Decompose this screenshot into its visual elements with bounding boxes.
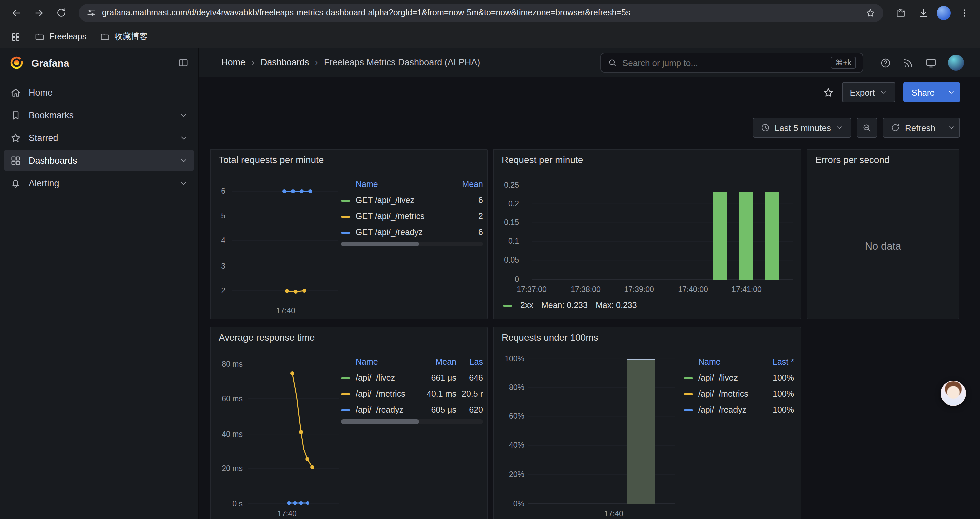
panel-legend: 2xx Mean: 0.233 Max: 0.233 xyxy=(503,300,637,310)
legend-row: GET /api/_/readyz 6 xyxy=(341,224,483,241)
y-tick: 0.1 xyxy=(496,236,519,246)
series-mean: Mean: 0.233 xyxy=(541,300,588,310)
refresh-button[interactable]: Refresh xyxy=(883,118,943,137)
bookmark-label: 收藏博客 xyxy=(115,31,148,42)
zoom-out-icon xyxy=(862,123,872,133)
legend-header: Name Mean Las xyxy=(341,354,483,370)
browser-profile-avatar[interactable] xyxy=(937,6,951,20)
legend-col-mean[interactable]: Mean xyxy=(422,357,456,367)
extensions-icon[interactable] xyxy=(891,3,910,22)
grafana-logo[interactable] xyxy=(10,56,24,70)
series-name[interactable]: GET /api/_/livez xyxy=(356,196,448,205)
panel-title[interactable]: Total requests per minute xyxy=(219,154,323,165)
y-tick: 5 xyxy=(212,211,226,221)
legend-col-name[interactable]: Name xyxy=(341,180,448,189)
sidebar-item-dashboards[interactable]: Dashboards xyxy=(4,150,194,171)
user-avatar[interactable] xyxy=(948,55,964,71)
panel-title[interactable]: Request per minute xyxy=(502,154,583,165)
search-input[interactable] xyxy=(622,58,825,68)
bookmark-folder-blogs[interactable]: 收藏博客 xyxy=(100,31,148,42)
series-last: 620 xyxy=(456,406,483,415)
bar-chart xyxy=(532,180,792,281)
legend-col-last[interactable]: Las xyxy=(456,357,483,367)
x-tick: 17:40 xyxy=(267,508,307,519)
time-range-label: Last 5 minutes xyxy=(775,123,831,133)
x-tick: 17:37:00 xyxy=(512,284,552,295)
sidebar-item-home[interactable]: Home xyxy=(4,81,194,103)
y-tick: 0.05 xyxy=(496,254,519,265)
series-name[interactable]: /api/_/readyz xyxy=(356,406,422,415)
sidebar-item-starred[interactable]: Starred xyxy=(4,127,194,148)
y-tick: 0.25 xyxy=(496,180,519,190)
legend-scrollbar[interactable] xyxy=(341,420,483,424)
panel-average-response-time: Average response time 80 ms 60 ms 40 ms … xyxy=(210,327,488,519)
series-last: 20.5 r xyxy=(456,390,483,399)
series-name[interactable]: /api/_/livez xyxy=(698,374,759,383)
y-tick: 0 xyxy=(496,274,519,284)
bookmark-folder-freeleaps[interactable]: Freeleaps xyxy=(35,32,86,42)
url-bar[interactable] xyxy=(79,4,883,22)
panel-request-per-minute: Request per minute 0.25 0.2 0.15 0.1 0.0… xyxy=(493,149,801,319)
browser-menu-icon[interactable] xyxy=(955,3,973,22)
header-icons xyxy=(880,48,964,77)
series-name[interactable]: 2xx xyxy=(520,300,533,310)
scrollbar-thumb[interactable] xyxy=(341,242,419,246)
series-color-dash xyxy=(341,409,350,411)
sidebar-item-label: Dashboards xyxy=(29,155,77,165)
search-bar[interactable]: ⌘+k xyxy=(600,53,863,73)
legend-row: /api/_/livez 661 μs 646 xyxy=(341,370,483,386)
export-button[interactable]: Export xyxy=(842,82,895,102)
panel-title[interactable]: Requests under 100ms xyxy=(502,332,598,343)
panel-title[interactable]: Errors per second xyxy=(815,154,889,165)
url-input[interactable] xyxy=(102,8,859,18)
downloads-icon[interactable] xyxy=(914,3,932,22)
sidebar-item-alerting[interactable]: Alerting xyxy=(4,172,194,194)
news-rss-icon[interactable] xyxy=(903,57,914,69)
share-button[interactable]: Share xyxy=(904,82,943,102)
breadcrumb-home[interactable]: Home xyxy=(221,57,245,67)
zoom-out-button[interactable] xyxy=(857,118,878,137)
y-tick: 100% xyxy=(498,353,524,364)
home-icon xyxy=(10,86,21,98)
scrollbar-thumb[interactable] xyxy=(341,420,419,424)
time-range-button[interactable]: Last 5 minutes xyxy=(752,118,851,137)
bookmark-star-icon[interactable] xyxy=(865,8,875,18)
refresh-interval-button[interactable] xyxy=(943,118,960,137)
legend-row: /api/_/readyz 100% xyxy=(684,402,794,418)
panel-legend: Name Mean Las /api/_/livez 661 μs 646 /a… xyxy=(341,354,483,418)
forward-button[interactable] xyxy=(29,3,48,22)
series-name[interactable]: /api/_/readyz xyxy=(698,406,759,415)
share-menu-button[interactable] xyxy=(943,82,960,102)
breadcrumb-dashboards[interactable]: Dashboards xyxy=(261,57,309,67)
back-button[interactable] xyxy=(7,3,25,22)
legend-scrollbar[interactable] xyxy=(341,242,483,246)
y-tick: 0.2 xyxy=(496,198,519,209)
reload-button[interactable] xyxy=(52,3,71,22)
panel-title[interactable]: Average response time xyxy=(219,332,315,343)
x-tick: 17:38:00 xyxy=(566,284,606,295)
series-last: 646 xyxy=(456,374,483,383)
sidebar-toggle-icon[interactable] xyxy=(178,57,189,68)
time-controls: Last 5 minutes Refresh xyxy=(752,118,960,137)
series-name[interactable]: /api/_/livez xyxy=(356,374,422,383)
series-color-dash xyxy=(684,393,693,395)
sidebar-item-bookmarks[interactable]: Bookmarks xyxy=(4,104,194,126)
favorite-star-icon[interactable] xyxy=(822,86,834,98)
series-name[interactable]: /api/_/metrics xyxy=(698,390,759,399)
breadcrumb: Home › Dashboards › Freeleaps Metrics Da… xyxy=(221,57,480,67)
help-icon[interactable] xyxy=(880,57,891,69)
site-info-icon[interactable] xyxy=(87,8,96,18)
legend-col-name[interactable]: Name xyxy=(341,357,422,367)
series-name[interactable]: GET /api/_/readyz xyxy=(356,228,448,237)
legend-col-last[interactable]: Last * xyxy=(759,357,794,367)
monitor-icon[interactable] xyxy=(925,57,937,69)
legend-row: /api/_/metrics 40.1 ms 20.5 r xyxy=(341,386,483,402)
refresh-button-group: Refresh xyxy=(883,118,960,137)
legend-col-mean[interactable]: Mean xyxy=(448,180,483,189)
assistant-avatar[interactable] xyxy=(941,381,966,406)
share-button-group: Share xyxy=(904,82,960,102)
legend-col-name[interactable]: Name xyxy=(684,357,759,367)
series-name[interactable]: /api/_/metrics xyxy=(356,390,422,399)
series-name[interactable]: GET /api/_/metrics xyxy=(356,212,448,221)
apps-grid-icon[interactable] xyxy=(10,27,21,46)
